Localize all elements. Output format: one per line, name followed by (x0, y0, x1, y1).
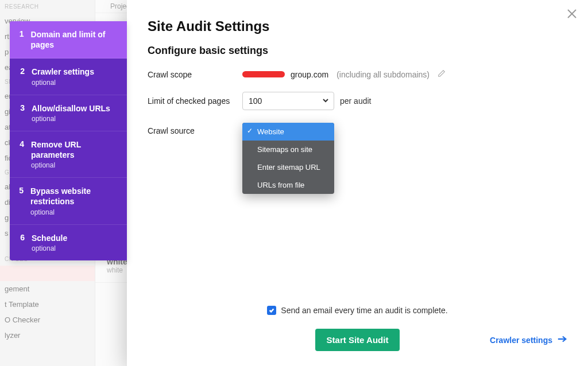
modal-title: Site Audit Settings (148, 18, 567, 34)
wizard-sidebar: 1 Domain and limit of pages 2 Crawler se… (10, 21, 127, 260)
close-button[interactable] (566, 8, 578, 22)
crawler-settings-link[interactable]: Crawler settings (490, 335, 567, 345)
wizard-step-3[interactable]: 3 Allow/disallow URLsoptional (10, 95, 127, 131)
wizard-step-optional: optional (32, 244, 67, 252)
wizard-step-label: Crawler settings (32, 67, 94, 76)
wizard-step-1[interactable]: 1 Domain and limit of pages (10, 21, 127, 59)
check-icon (269, 306, 274, 315)
wizard-step-optional: optional (31, 161, 119, 169)
per-audit-text: per audit (340, 96, 371, 106)
arrow-right-icon (557, 335, 567, 345)
action-row: Start Site Audit Crawler settings (148, 329, 567, 351)
wizard-step-optional: optional (32, 79, 94, 87)
modal-subtitle: Configure basic settings (148, 45, 567, 57)
wizard-step-number: 2 (18, 67, 25, 86)
limit-select[interactable]: 100 (242, 92, 334, 110)
crawl-scope-domain: group.com (291, 70, 328, 79)
redacted-domain-part (242, 71, 285, 77)
source-dropdown: Website Sitemaps on site Enter sitemap U… (242, 123, 334, 194)
bg-section-research: RESEARCH (0, 0, 95, 13)
wizard-step-4[interactable]: 4 Remove URL parametersoptional (10, 131, 127, 178)
email-checkbox-label: Send an email every time an audit is com… (281, 306, 447, 315)
chevron-down-icon (322, 96, 329, 106)
wizard-step-label: Schedule (32, 233, 67, 243)
wizard-step-number: 1 (18, 29, 24, 50)
source-option-sitemaps[interactable]: Sitemaps on site (242, 141, 334, 158)
bg-nav-item: t Template (0, 297, 95, 312)
modal-footer: Send an email every time an audit is com… (127, 306, 588, 351)
source-row: Crawl source Website Sitemaps on site En… (148, 123, 567, 141)
source-option-website[interactable]: Website (242, 123, 334, 141)
source-option-enter-url[interactable]: Enter sitemap URL (242, 158, 334, 176)
limit-label: Limit of checked pages (148, 96, 242, 106)
settings-modal: Site Audit Settings Configure basic sett… (127, 0, 588, 366)
crawl-scope-note: (including all subdomains) (336, 70, 430, 79)
crawler-settings-link-text: Crawler settings (490, 336, 552, 345)
wizard-step-label: Bypass website restrictions (30, 186, 91, 206)
wizard-step-number: 3 (18, 103, 25, 123)
start-audit-button[interactable]: Start Site Audit (315, 329, 400, 351)
limit-row: Limit of checked pages 100 per audit (148, 92, 567, 110)
email-checkbox[interactable] (267, 306, 276, 315)
bg-nav-item: O Checker (0, 312, 95, 328)
bg-nav-item (0, 266, 95, 281)
email-checkbox-row: Send an email every time an audit is com… (148, 306, 567, 315)
crawl-scope-row: Crawl scope group.com (including all sub… (148, 69, 567, 79)
source-label: Crawl source (148, 123, 242, 135)
wizard-step-label: Remove URL parameters (31, 140, 81, 159)
wizard-step-label: Domain and limit of pages (31, 30, 106, 49)
crawl-scope-label: Crawl scope (148, 70, 242, 79)
source-option-urls-file[interactable]: URLs from file (242, 176, 334, 194)
limit-value: 100 (249, 96, 262, 106)
close-icon (566, 11, 578, 21)
wizard-step-optional: optional (30, 208, 119, 216)
wizard-step-6[interactable]: 6 Scheduleoptional (10, 225, 127, 260)
wizard-step-optional: optional (32, 115, 110, 123)
wizard-step-number: 4 (18, 139, 24, 169)
bg-nav-item: gement (0, 281, 95, 297)
wizard-step-number: 6 (18, 233, 25, 252)
wizard-step-2[interactable]: 2 Crawler settingsoptional (10, 59, 127, 95)
wizard-step-number: 5 (18, 186, 24, 216)
wizard-step-5[interactable]: 5 Bypass website restrictionsoptional (10, 178, 127, 224)
wizard-step-label: Allow/disallow URLs (32, 104, 110, 113)
pencil-icon[interactable] (438, 69, 446, 79)
bg-nav-item: lyzer (0, 328, 95, 343)
